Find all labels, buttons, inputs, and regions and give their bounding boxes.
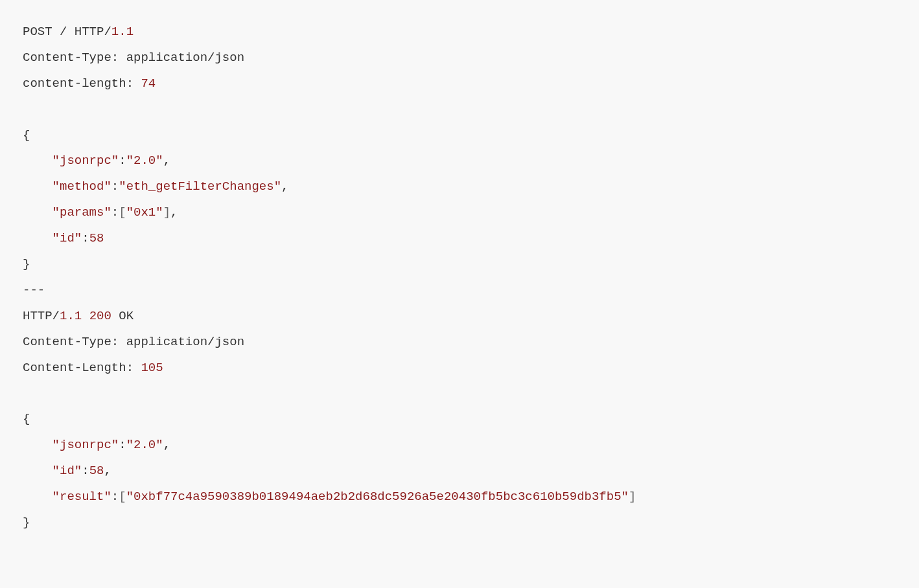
params-value: "0x1" bbox=[126, 205, 163, 220]
json-open-brace: { bbox=[23, 412, 30, 426]
response-http-version: 1.1 bbox=[60, 309, 82, 323]
id-key: "id" bbox=[52, 464, 82, 478]
colon: : bbox=[119, 438, 126, 452]
array-open: [ bbox=[119, 490, 126, 504]
jsonrpc-value: "2.0" bbox=[126, 153, 163, 168]
json-close-brace: } bbox=[23, 515, 30, 530]
request-http-version: 1.1 bbox=[111, 25, 134, 39]
method-key: "method" bbox=[52, 179, 111, 194]
result-value: "0xbf77c4a9590389b0189494aeb2b2d68dc5926… bbox=[126, 490, 629, 504]
response-content-length-label: Content-Length: bbox=[23, 361, 141, 375]
separator: --- bbox=[23, 283, 45, 297]
response-content-type: Content-Type: application/json bbox=[23, 335, 244, 349]
colon: : bbox=[111, 179, 119, 194]
request-content-type: Content-Type: application/json bbox=[23, 51, 244, 65]
response-protocol: HTTP/ bbox=[23, 309, 60, 323]
json-open-brace: { bbox=[23, 128, 30, 142]
id-value: 58 bbox=[89, 231, 104, 245]
comma: , bbox=[170, 205, 178, 220]
result-key: "result" bbox=[52, 490, 111, 504]
method-value: "eth_getFilterChanges" bbox=[119, 179, 281, 194]
colon: : bbox=[119, 153, 126, 168]
array-open: [ bbox=[119, 205, 126, 220]
json-close-brace: } bbox=[23, 257, 30, 271]
response-status-text: OK bbox=[111, 309, 134, 323]
id-value: 58 bbox=[89, 464, 104, 478]
colon: : bbox=[111, 490, 119, 504]
comma: , bbox=[281, 179, 288, 194]
response-content-length-value: 105 bbox=[141, 361, 163, 375]
comma: , bbox=[163, 438, 170, 452]
params-key: "params" bbox=[52, 205, 111, 220]
colon: : bbox=[82, 464, 89, 478]
colon: : bbox=[82, 231, 89, 245]
jsonrpc-value: "2.0" bbox=[126, 438, 163, 452]
id-key: "id" bbox=[52, 231, 82, 245]
request-content-length-label: content-length: bbox=[23, 76, 141, 91]
code-block: POST / HTTP/1.1 Content-Type: applicatio… bbox=[23, 19, 900, 536]
request-path: / HTTP/ bbox=[52, 25, 111, 39]
colon: : bbox=[111, 205, 119, 220]
array-close: ] bbox=[163, 205, 170, 220]
comma: , bbox=[163, 153, 170, 168]
request-method: POST bbox=[23, 25, 52, 39]
array-close: ] bbox=[629, 490, 636, 504]
comma: , bbox=[104, 464, 111, 478]
request-content-length-value: 74 bbox=[141, 76, 156, 91]
jsonrpc-key: "jsonrpc" bbox=[52, 438, 119, 452]
jsonrpc-key: "jsonrpc" bbox=[52, 153, 119, 168]
response-status-code: 200 bbox=[89, 309, 111, 323]
